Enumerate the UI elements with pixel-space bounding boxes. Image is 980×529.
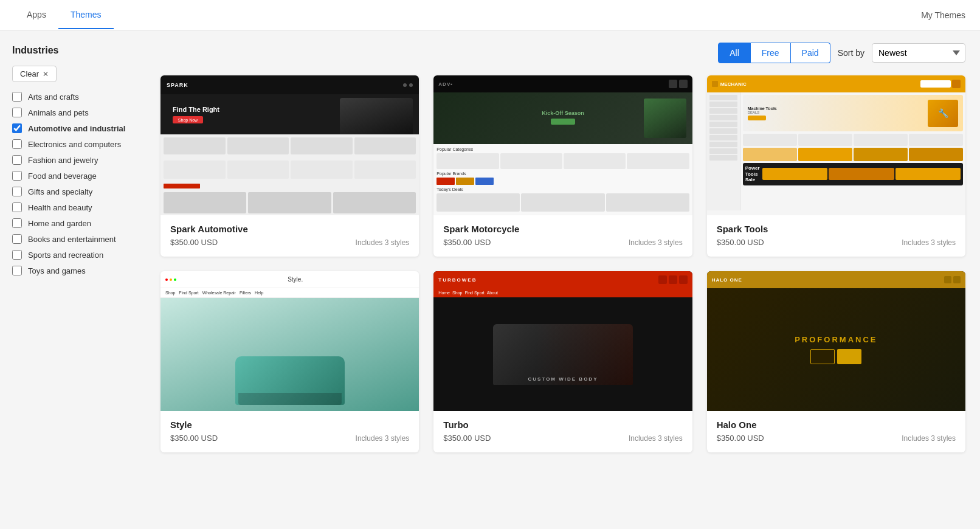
main-layout: Industries Clear ✕ Arts and craftsAnimal…: [0, 30, 980, 529]
filter-tab-all[interactable]: All: [718, 43, 751, 63]
theme-preview-style-theme: Style. Shop Find Sport Wholesale Repair …: [160, 271, 419, 411]
filter-label-toys: Toys and games: [28, 266, 86, 275]
theme-preview-spark-motorcycle: ADV▪ Kick-Off Season: [433, 75, 692, 215]
theme-name-spark-tools: Spark Tools: [717, 224, 956, 234]
filter-label-fashion: Fashion and jewelry: [28, 156, 98, 165]
filter-item-fashion[interactable]: Fashion and jewelry: [12, 155, 134, 165]
theme-card-spark-automotive[interactable]: SPARK Find The Right Shop Now: [160, 75, 419, 257]
filter-checkbox-toys[interactable]: [12, 266, 22, 275]
filter-label-electronics: Electronics and computers: [28, 140, 121, 149]
filter-tab-paid[interactable]: Paid: [791, 43, 830, 63]
filter-tab-free[interactable]: Free: [751, 43, 791, 63]
filter-checkbox-electronics[interactable]: [12, 139, 22, 149]
theme-preview-spark-automotive: SPARK Find The Right Shop Now: [160, 75, 419, 215]
filter-item-toys[interactable]: Toys and games: [12, 266, 134, 275]
clear-filters-button[interactable]: Clear ✕: [12, 66, 57, 82]
theme-info-turbo-theme: Turbo$350.00 USDIncludes 3 styles: [433, 411, 692, 452]
theme-card-spark-motorcycle[interactable]: ADV▪ Kick-Off Season: [433, 75, 692, 257]
filter-item-books[interactable]: Books and entertainment: [12, 234, 134, 244]
theme-styles-style-theme: Includes 3 styles: [356, 434, 410, 443]
filter-label-automotive: Automotive and industrial: [28, 124, 125, 133]
theme-name-style-theme: Style: [170, 420, 409, 430]
my-themes-link[interactable]: My Themes: [921, 10, 965, 20]
theme-info-style-theme: Style$350.00 USDIncludes 3 styles: [160, 411, 419, 452]
theme-info-spark-automotive: Spark Automotive$350.00 USDIncludes 3 st…: [160, 215, 419, 257]
filter-item-home[interactable]: Home and garden: [12, 218, 134, 228]
theme-price-spark-tools: $350.00 USD: [717, 238, 764, 247]
filter-item-health[interactable]: Health and beauty: [12, 202, 134, 212]
filter-list: Arts and craftsAnimals and petsAutomotiv…: [12, 92, 134, 275]
theme-name-spark-motorcycle: Spark Motorcycle: [443, 224, 682, 234]
theme-card-turbo-theme[interactable]: TURBOWEB Home Shop Find Sport About: [433, 271, 692, 452]
theme-styles-spark-tools: Includes 3 styles: [902, 238, 956, 247]
theme-name-spark-automotive: Spark Automotive: [170, 224, 409, 234]
theme-preview-turbo-theme: TURBOWEB Home Shop Find Sport About: [433, 271, 692, 411]
filter-item-animals_pets[interactable]: Animals and pets: [12, 108, 134, 117]
theme-info-halo-theme: Halo One$350.00 USDIncludes 3 styles: [707, 411, 965, 452]
theme-info-spark-tools: Spark Tools$350.00 USDIncludes 3 styles: [707, 215, 965, 257]
theme-styles-spark-motorcycle: Includes 3 styles: [629, 238, 683, 247]
theme-name-halo-theme: Halo One: [717, 420, 956, 430]
theme-price-spark-motorcycle: $350.00 USD: [443, 238, 491, 247]
filter-tabs: AllFreePaid: [718, 43, 830, 63]
sort-select[interactable]: NewestOldestPrice: Low to HighPrice: Hig…: [872, 43, 965, 63]
theme-styles-turbo-theme: Includes 3 styles: [629, 434, 683, 443]
theme-price-turbo-theme: $350.00 USD: [443, 434, 491, 443]
filter-item-arts_crafts[interactable]: Arts and crafts: [12, 92, 134, 102]
filter-label-books: Books and entertainment: [28, 235, 116, 244]
sidebar: Industries Clear ✕ Arts and craftsAnimal…: [0, 30, 146, 529]
top-nav: Apps Themes My Themes: [0, 0, 980, 30]
filter-checkbox-automotive[interactable]: [12, 123, 22, 133]
filter-checkbox-gifts[interactable]: [12, 187, 22, 196]
filter-item-automotive[interactable]: Automotive and industrial: [12, 123, 134, 133]
filter-checkbox-home[interactable]: [12, 218, 22, 228]
filter-checkbox-animals_pets[interactable]: [12, 108, 22, 117]
theme-meta-spark-automotive: $350.00 USDIncludes 3 styles: [170, 238, 409, 247]
filter-label-sports: Sports and recreation: [28, 251, 103, 260]
filter-checkbox-arts_crafts[interactable]: [12, 92, 22, 102]
clear-x-icon: ✕: [43, 70, 49, 78]
filter-item-electronics[interactable]: Electronics and computers: [12, 139, 134, 149]
theme-styles-halo-theme: Includes 3 styles: [902, 434, 956, 443]
filter-label-arts_crafts: Arts and crafts: [28, 92, 79, 102]
filter-checkbox-health[interactable]: [12, 202, 22, 212]
theme-meta-halo-theme: $350.00 USDIncludes 3 styles: [717, 434, 956, 443]
theme-price-style-theme: $350.00 USD: [170, 434, 218, 443]
tab-themes[interactable]: Themes: [58, 1, 114, 29]
filter-checkbox-fashion[interactable]: [12, 155, 22, 165]
clear-label: Clear: [20, 69, 39, 78]
nav-tabs: Apps Themes: [15, 1, 114, 29]
filter-item-sports[interactable]: Sports and recreation: [12, 250, 134, 260]
filter-label-gifts: Gifts and specialty: [28, 187, 92, 196]
tab-apps[interactable]: Apps: [15, 1, 58, 29]
sidebar-title: Industries: [12, 45, 134, 56]
filter-item-food[interactable]: Food and beverage: [12, 171, 134, 181]
theme-card-spark-tools[interactable]: MECHANIC: [707, 75, 965, 257]
filter-checkbox-books[interactable]: [12, 234, 22, 244]
filter-label-home: Home and garden: [28, 219, 91, 228]
filter-label-food: Food and beverage: [28, 171, 97, 181]
theme-card-style-theme[interactable]: Style. Shop Find Sport Wholesale Repair …: [160, 271, 419, 452]
theme-meta-spark-motorcycle: $350.00 USDIncludes 3 styles: [443, 238, 682, 247]
content-area: AllFreePaid Sort by NewestOldestPrice: L…: [146, 30, 980, 529]
theme-preview-halo-theme: HALO ONE PROFORMANCE: [707, 271, 965, 411]
theme-preview-spark-tools: MECHANIC: [707, 75, 965, 215]
filter-label-animals_pets: Animals and pets: [28, 108, 89, 117]
theme-grid: SPARK Find The Right Shop Now: [160, 75, 965, 452]
theme-meta-spark-tools: $350.00 USDIncludes 3 styles: [717, 238, 956, 247]
filter-item-gifts[interactable]: Gifts and specialty: [12, 187, 134, 196]
theme-info-spark-motorcycle: Spark Motorcycle$350.00 USDIncludes 3 st…: [433, 215, 692, 257]
theme-card-halo-theme[interactable]: HALO ONE PROFORMANCE: [707, 271, 965, 452]
filter-checkbox-sports[interactable]: [12, 250, 22, 260]
theme-price-halo-theme: $350.00 USD: [717, 434, 764, 443]
toolbar: AllFreePaid Sort by NewestOldestPrice: L…: [160, 43, 965, 63]
theme-styles-spark-automotive: Includes 3 styles: [356, 238, 410, 247]
theme-price-spark-automotive: $350.00 USD: [170, 238, 218, 247]
filter-label-health: Health and beauty: [28, 203, 92, 212]
filter-checkbox-food[interactable]: [12, 171, 22, 181]
theme-meta-style-theme: $350.00 USDIncludes 3 styles: [170, 434, 409, 443]
theme-name-turbo-theme: Turbo: [443, 420, 682, 430]
sort-label: Sort by: [838, 48, 864, 58]
theme-meta-turbo-theme: $350.00 USDIncludes 3 styles: [443, 434, 682, 443]
